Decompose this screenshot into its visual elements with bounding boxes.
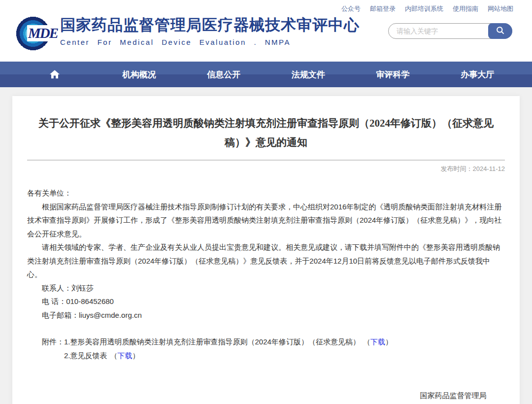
paragraph: 请相关领域的专家、学者、生产企业及有关从业人员提出宝贵意见和建议。相关意见或建议… [27, 240, 505, 281]
logo-mde-text: MDE [27, 25, 59, 41]
salutation: 各有关单位： [27, 186, 505, 200]
contact-label: 联系人： [42, 284, 71, 292]
nav-item-home[interactable] [12, 69, 97, 80]
utility-links: 公众号 邮箱登录 内部培训系统 使用指南 网站地图 [341, 4, 513, 13]
site-logo[interactable]: MDE 国家药品监督管理局医疗器械技术审评中心 Center For Medic… [14, 14, 360, 53]
nav-item-about[interactable]: 机构概况 [97, 69, 182, 80]
download-link[interactable]: 下载 [118, 351, 133, 360]
cmde-logo-icon: MDE [14, 14, 57, 53]
topbar-link-sitemap[interactable]: 网站地图 [488, 4, 513, 13]
paren: （ [363, 337, 370, 346]
attachment-item: 2.意见反馈表（下载） [64, 349, 393, 363]
contact-value: 刘钰莎 [71, 284, 94, 292]
search-icon [496, 26, 505, 36]
site-header: 公众号 邮箱登录 内部培训系统 使用指南 网站地图 MDE 国家药品监督管理局医… [0, 0, 532, 62]
search-button[interactable] [488, 23, 512, 39]
paragraph: 根据国家药品监督管理局医疗器械注册技术指导原则制修订计划的有关要求，中心组织对2… [27, 200, 505, 241]
download-link-wrap: （下载） [110, 351, 140, 360]
site-search [388, 23, 512, 39]
brand-text: 国家药品监督管理局医疗器械技术审评中心 Center For Medical D… [60, 14, 360, 46]
home-icon [49, 69, 60, 78]
paren: ） [133, 351, 140, 360]
contact-label: 电 话： [42, 297, 66, 305]
contact-email: 电子邮箱：liuys@cmde.org.cn [27, 308, 505, 322]
contact-value: liuys@cmde.org.cn [79, 311, 142, 319]
nav-item-regulations[interactable]: 法规文件 [266, 69, 351, 80]
nav-item-review-science[interactable]: 审评科学 [351, 69, 435, 80]
org-name-cn: 国家药品监督管理局医疗器械技术审评中心 [60, 15, 360, 35]
main-nav: 机构概况 信息公开 法规文件 审评科学 办事大厅 [0, 62, 532, 87]
signature-org-2: 医疗器械技术审评中心 [416, 403, 490, 404]
attachment-name: 1.整形美容用透明质酸钠类注射填充剂注册审查指导原则（2024年修订版）（征求意… [64, 337, 360, 346]
topbar-link-mail-login[interactable]: 邮箱登录 [370, 4, 396, 13]
download-link[interactable]: 下载 [370, 337, 385, 346]
signature-org-1: 国家药品监督管理局 [416, 389, 490, 403]
contact-label: 电子邮箱： [42, 311, 79, 319]
publish-time: 发布时间：2024-11-12 [27, 165, 505, 173]
contact-person: 联系人：刘钰莎 [27, 281, 505, 295]
topbar-link-internal-training[interactable]: 内部培训系统 [405, 4, 443, 13]
topbar-link-wechat[interactable]: 公众号 [341, 4, 361, 13]
topbar-link-user-guide[interactable]: 使用指南 [453, 4, 478, 13]
article-card: 关于公开征求《整形美容用透明质酸钠类注射填充剂注册审查指导原则（2024年修订版… [12, 96, 520, 404]
article-body: 各有关单位： 根据国家药品监督管理局医疗器械注册技术指导原则制修订计划的有关要求… [27, 186, 505, 404]
attachment-name: 2.意见反馈表 [64, 351, 107, 360]
nav-item-info-disclosure[interactable]: 信息公开 [181, 69, 266, 80]
contact-phone: 电 话：010-86452680 [27, 295, 505, 308]
signature-block: 国家药品监督管理局 医疗器械技术审评中心 2024年11月11日 [27, 389, 505, 404]
paren: ） [385, 337, 393, 346]
org-name-en: Center For Medical Device Evaluation . N… [60, 38, 360, 46]
nav-item-service-hall[interactable]: 办事大厅 [435, 69, 520, 80]
contact-value: 010-86452680 [66, 297, 114, 305]
title-divider [27, 160, 505, 161]
page-title: 关于公开征求《整形美容用透明质酸钠类注射填充剂注册审查指导原则（2024年修订版… [32, 114, 500, 152]
attachment-item: 1.整形美容用透明质酸钠类注射填充剂注册审查指导原则（2024年修订版）（征求意… [64, 335, 393, 349]
paren: （ [110, 351, 118, 360]
attachments-label: 附件： [27, 335, 64, 362]
download-link-wrap: （下载） [363, 337, 393, 346]
attachments: 附件： 1.整形美容用透明质酸钠类注射填充剂注册审查指导原则（2024年修订版）… [27, 335, 505, 362]
